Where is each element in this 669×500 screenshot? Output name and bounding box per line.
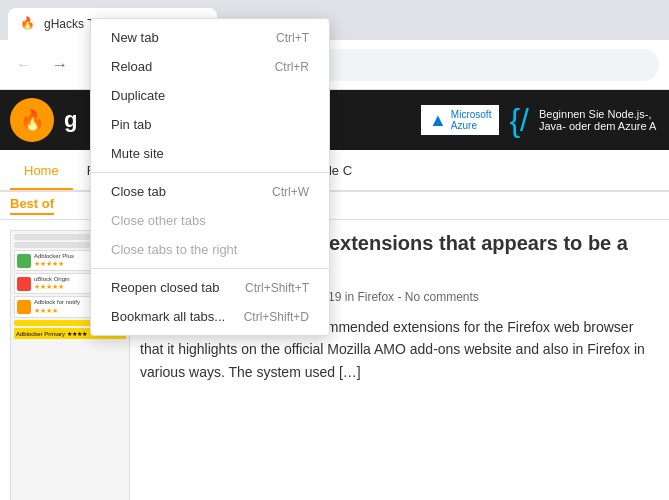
sub-nav-best-of[interactable]: Best of	[10, 196, 54, 215]
menu-label: Duplicate	[111, 88, 309, 103]
menu-label: Close tab	[111, 184, 272, 199]
menu-label: Reload	[111, 59, 275, 74]
menu-shortcut: Ctrl+R	[275, 60, 309, 74]
menu-item-new-tab[interactable]: New tabCtrl+T	[91, 23, 329, 52]
thumb-icon-2	[17, 277, 31, 291]
menu-item-close-other-tabs: Close other tabs	[91, 206, 329, 235]
menu-separator	[91, 172, 329, 173]
tab-favicon: 🔥	[20, 16, 36, 32]
menu-label: Pin tab	[111, 117, 309, 132]
thumb-icon-3	[17, 300, 31, 314]
menu-shortcut: Ctrl+Shift+T	[245, 281, 309, 295]
menu-shortcut: Ctrl+Shift+D	[244, 310, 309, 324]
azure-text: MicrosoftAzure	[451, 109, 492, 131]
menu-label: New tab	[111, 30, 276, 45]
menu-shortcut: Ctrl+T	[276, 31, 309, 45]
site-logo: 🔥	[10, 98, 54, 142]
azure-logo: ▲ MicrosoftAzure	[421, 105, 499, 135]
menu-label: Close other tabs	[111, 213, 309, 228]
menu-item-reload[interactable]: ReloadCtrl+R	[91, 52, 329, 81]
menu-item-reopen-closed[interactable]: Reopen closed tabCtrl+Shift+T	[91, 273, 329, 302]
back-button[interactable]: ←	[10, 51, 38, 79]
nav-item-home[interactable]: Home	[10, 153, 73, 190]
menu-item-close-tab[interactable]: Close tabCtrl+W	[91, 177, 329, 206]
context-menu: New tabCtrl+TReloadCtrl+RDuplicatePin ta…	[90, 18, 330, 336]
menu-shortcut: Ctrl+W	[272, 185, 309, 199]
site-name: g	[64, 107, 77, 133]
menu-item-duplicate[interactable]: Duplicate	[91, 81, 329, 110]
menu-label: Reopen closed tab	[111, 280, 245, 295]
menu-label: Mute site	[111, 146, 309, 161]
ad-body-text: Beginnen Sie Node.js-, Java- oder dem Az…	[539, 108, 659, 132]
header-ads: ▲ MicrosoftAzure {/ Beginnen Sie Node.js…	[421, 102, 659, 139]
logo-letter: 🔥	[20, 108, 45, 132]
forward-button[interactable]: →	[46, 51, 74, 79]
menu-item-mute-site[interactable]: Mute site	[91, 139, 329, 168]
curly-brace-icon: {/	[509, 102, 529, 139]
menu-separator	[91, 268, 329, 269]
menu-item-pin-tab[interactable]: Pin tab	[91, 110, 329, 139]
menu-label: Close tabs to the right	[111, 242, 309, 257]
menu-item-bookmark-all[interactable]: Bookmark all tabs...Ctrl+Shift+D	[91, 302, 329, 331]
thumb-icon-1	[17, 254, 31, 268]
menu-item-close-tabs-right: Close tabs to the right	[91, 235, 329, 264]
azure-icon: ▲	[429, 110, 447, 131]
menu-label: Bookmark all tabs...	[111, 309, 244, 324]
